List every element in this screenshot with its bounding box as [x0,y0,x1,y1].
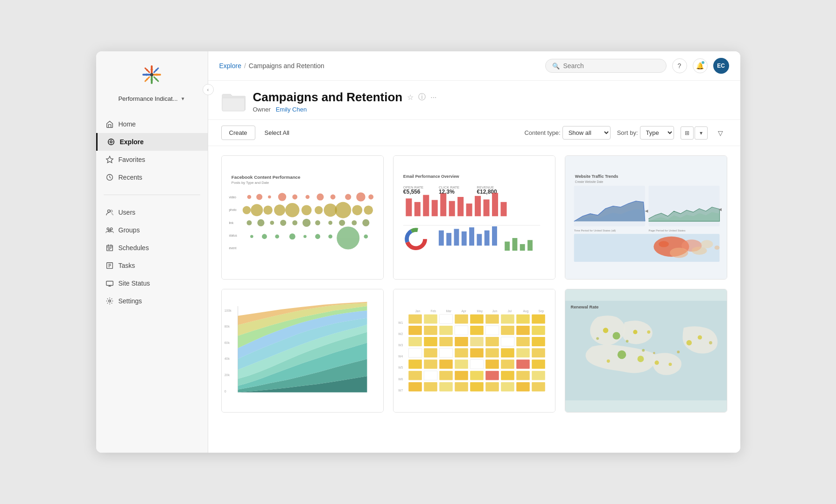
svg-rect-108 [457,197,464,216]
cards-grid: Facebook Content Performance Posts by Ty… [221,155,727,413]
svg-point-54 [268,196,271,199]
favorite-icon[interactable]: ☆ [407,93,414,102]
card-content-performance[interactable]: Facebook Content Performance Posts by Ty… [221,155,384,280]
svg-rect-122 [469,227,474,245]
svg-rect-220 [455,371,468,380]
svg-rect-197 [516,337,530,346]
svg-rect-211 [455,360,468,369]
svg-point-73 [364,205,373,215]
workspace-selector[interactable]: Performance Indicat... ▼ [96,92,208,112]
card-performance-week[interactable]: Jan Feb Mar Apr May Jun Jul Aug Sep W1 W… [393,289,555,413]
svg-rect-223 [501,371,514,380]
card-email-performance[interactable]: Email Performance Overview OPEN RATE €5,… [393,155,555,280]
svg-rect-206 [516,348,530,357]
svg-point-88 [289,233,295,239]
svg-point-242 [617,350,625,359]
sidebar-item-settings[interactable]: Settings [96,292,208,310]
create-button[interactable]: Create [221,126,255,140]
svg-rect-189 [532,326,545,335]
card-renewals-region[interactable]: Renewal Rate [565,289,727,413]
content-type-filter: Content type: Show all Workbooks Views [524,126,610,140]
search-bar[interactable]: 🔍 [545,59,667,73]
card-thumb-content-performance: Facebook Content Performance Posts by Ty… [222,156,383,279]
svg-rect-107 [449,201,455,217]
svg-rect-190 [408,337,422,346]
info-icon[interactable]: ⓘ [418,92,426,102]
svg-rect-113 [500,202,506,216]
svg-text:Sep: Sep [538,309,544,313]
sidebar-item-tasks[interactable]: Tasks [96,257,208,274]
svg-rect-199 [408,348,422,357]
owner-name[interactable]: Emily Chen [276,106,307,113]
sidebar-item-home[interactable]: Home [96,115,208,133]
toolbar: Create Select All Content type: Show all… [208,120,740,146]
svg-rect-127 [512,238,517,251]
svg-rect-129 [527,240,533,251]
page-owner: Owner Emily Chen [253,106,727,113]
sidebar-item-site-status[interactable]: Site Status [96,274,208,292]
search-input[interactable] [563,62,660,70]
notifications-button[interactable]: 🔔 [693,58,708,73]
card-footer-historic-trends: Historic Trends ☆ ··· [222,412,383,413]
grid-view-button[interactable]: ⊞ [681,126,694,140]
card-footer-email-performance: Email Performance Overview ☆ ··· [393,279,555,280]
svg-point-25 [107,210,110,212]
svg-text:W4: W4 [398,355,403,358]
sidebar-nav-top: Home Explore [96,112,208,190]
svg-text:Email Performance Overview: Email Performance Overview [403,174,459,179]
sidebar-item-users[interactable]: Users [96,203,208,221]
svg-point-90 [315,234,320,239]
groups-icon [105,226,114,234]
breadcrumb: Explore / Campaigns and Retention [219,62,324,70]
svg-rect-123 [477,234,482,245]
svg-point-75 [257,219,264,226]
svg-rect-226 [408,382,422,392]
sort-by-select[interactable]: Type Name Date [640,126,674,140]
page-title: Campaigns and Retention [253,90,403,105]
sidebar-item-explore[interactable]: Explore [96,133,208,151]
svg-point-66 [274,204,285,216]
sidebar-item-groups[interactable]: Groups [96,221,208,239]
svg-text:40k: 40k [224,357,230,360]
sidebar-item-recents[interactable]: Recents [96,168,208,186]
app-logo [96,51,208,92]
svg-text:Aug: Aug [523,309,528,313]
svg-rect-124 [484,231,489,246]
card-historic-trends[interactable]: 0 20k 40k 60k 80k 100k [221,289,384,413]
card-footer-renewals-region: Renewals by Region ☆ ··· [565,412,727,413]
sidebar-item-favorites[interactable]: Favorites [96,151,208,168]
filter-button[interactable]: ▽ [714,126,727,140]
svg-rect-222 [485,371,499,380]
svg-rect-231 [485,382,499,392]
sidebar-item-site-status-label: Site Status [119,280,150,287]
svg-rect-125 [492,226,497,245]
svg-rect-234 [532,382,545,392]
svg-text:May: May [477,309,483,313]
card-footer-google-analytics: Google Analytics ★ ··· [565,279,727,280]
card-google-analytics[interactable]: Website Traffic Trends Create Website Da… [565,155,727,280]
svg-point-57 [305,195,309,199]
svg-rect-174 [439,315,453,324]
grid-view-dropdown[interactable]: ▾ [695,126,708,140]
svg-rect-178 [501,315,514,324]
more-options-icon[interactable]: ··· [430,93,436,102]
svg-rect-230 [470,382,484,392]
svg-rect-205 [501,348,514,357]
svg-point-243 [637,356,644,362]
sidebar-item-schedules[interactable]: Schedules [96,239,208,257]
svg-point-92 [337,227,359,249]
avatar[interactable]: EC [713,58,729,74]
breadcrumb-explore[interactable]: Explore [219,62,241,70]
content-type-select[interactable]: Show all Workbooks Views [562,126,611,140]
svg-text:status: status [229,234,237,237]
page-header: Campaigns and Retention ☆ ⓘ ··· Owner Em… [208,81,740,120]
sidebar-collapse-button[interactable]: ‹ [203,84,214,95]
select-all-button[interactable]: Select All [260,126,294,140]
card-thumb-email-performance: Email Performance Overview OPEN RATE €5,… [393,156,555,279]
help-button[interactable]: ? [672,58,687,73]
svg-text:event: event [229,246,236,250]
svg-rect-232 [501,382,514,392]
recents-icon [105,173,114,182]
svg-point-9 [151,69,153,71]
nav-divider [104,195,200,195]
